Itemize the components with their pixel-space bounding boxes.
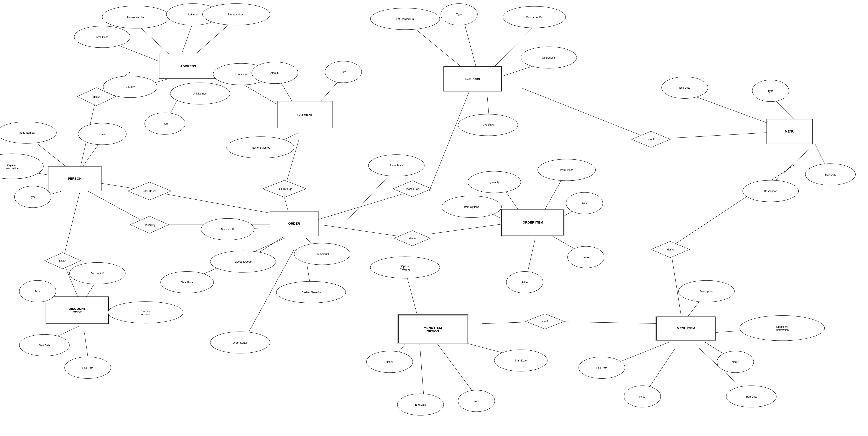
- svg-text:End Date: End Date: [82, 367, 93, 370]
- svg-text:Items: Items: [583, 256, 589, 259]
- svg-text:Start Date: Start Date: [825, 173, 836, 176]
- svg-text:End Date: End Date: [415, 403, 426, 406]
- svg-text:ORDER: ORDER: [288, 222, 300, 225]
- svg-text:Placed For: Placed For: [406, 187, 418, 191]
- svg-text:Email: Email: [99, 133, 105, 136]
- svg-text:Discount %: Discount %: [91, 272, 104, 275]
- svg-text:End Date: End Date: [596, 367, 607, 370]
- svg-text:PAYMENT: PAYMENT: [297, 113, 313, 116]
- svg-text:MENU ITEM: MENU ITEM: [677, 326, 695, 330]
- svg-text:DiscountAmount: DiscountAmount: [141, 310, 151, 316]
- svg-text:Dasher Share %: Dasher Share %: [302, 291, 320, 294]
- svg-text:Total Price: Total Price: [181, 281, 193, 284]
- svg-text:Type: Type: [162, 122, 168, 125]
- svg-text:Type: Type: [456, 13, 462, 16]
- svg-line-15: [150, 191, 284, 216]
- svg-text:Start Date: Start Date: [515, 359, 527, 362]
- svg-line-40: [651, 133, 767, 139]
- svg-text:OptionCategory: OptionCategory: [400, 265, 410, 271]
- svg-text:Quantity: Quantity: [489, 181, 499, 184]
- svg-text:House Number: House Number: [127, 16, 145, 19]
- svg-text:Instructions: Instructions: [560, 169, 573, 172]
- svg-text:Street Address: Street Address: [228, 13, 245, 16]
- svg-text:Type: Type: [768, 89, 773, 92]
- svg-text:Type: Type: [30, 196, 36, 199]
- svg-text:Area Code: Area Code: [96, 36, 108, 39]
- svg-point-139: [0, 154, 43, 179]
- svg-text:Description: Description: [482, 124, 495, 127]
- svg-text:Price: Price: [522, 281, 528, 284]
- svg-text:Has A: Has A: [59, 259, 66, 262]
- svg-text:Date: Date: [341, 70, 346, 74]
- svg-text:Tax Amount: Tax Amount: [315, 253, 329, 256]
- svg-text:Operational: Operational: [542, 56, 556, 59]
- svg-text:Has A: Has A: [409, 237, 416, 240]
- svg-text:Amount: Amount: [270, 71, 279, 75]
- svg-text:OnboardedOn: OnboardedOn: [526, 16, 542, 19]
- svg-text:MENU: MENU: [785, 129, 795, 133]
- svg-text:Latitude: Latitude: [188, 13, 198, 16]
- svg-text:OffBoarded On: OffBoarded On: [396, 18, 414, 21]
- svg-text:Has A: Has A: [541, 320, 548, 323]
- svg-text:Discount Code: Discount Code: [235, 260, 252, 263]
- svg-text:Start Date: Start Date: [38, 344, 50, 347]
- svg-text:NutritionalInformation: NutritionalInformation: [776, 325, 788, 331]
- svg-text:Start Date: Start Date: [745, 395, 757, 398]
- svg-line-35: [463, 18, 477, 72]
- svg-text:Has A: Has A: [93, 95, 100, 98]
- svg-text:Item Options: Item Options: [464, 205, 479, 208]
- svg-text:Longitude: Longitude: [236, 73, 247, 76]
- svg-text:ORDER ITEM: ORDER ITEM: [523, 221, 543, 224]
- svg-text:PERSON: PERSON: [68, 177, 82, 180]
- svg-text:Phone Number: Phone Number: [18, 131, 35, 134]
- svg-text:Sales Price: Sales Price: [390, 164, 403, 167]
- svg-text:ADDRESS: ADDRESS: [180, 64, 196, 68]
- svg-text:Order Status: Order Status: [233, 341, 248, 344]
- svg-text:Name: Name: [732, 360, 739, 364]
- svg-line-56: [432, 223, 514, 234]
- svg-line-30: [316, 191, 412, 220]
- svg-text:Has A: Has A: [667, 248, 674, 251]
- svg-text:PaymentInformation: PaymentInformation: [6, 164, 19, 170]
- svg-text:Description: Description: [700, 290, 713, 293]
- svg-text:Placed By: Placed By: [144, 224, 155, 227]
- svg-text:Description: Description: [764, 190, 777, 193]
- svg-line-31: [429, 83, 473, 191]
- svg-text:End Date: End Date: [679, 86, 690, 89]
- svg-text:Country: Country: [126, 85, 135, 88]
- svg-line-39: [521, 88, 651, 139]
- svg-text:Option: Option: [386, 360, 394, 364]
- diagram-svg: ADDRESSPERSONPAYMENTORDERDISCOUNTCODEBus…: [0, 0, 868, 436]
- svg-line-46: [670, 247, 682, 324]
- svg-line-66: [434, 339, 477, 398]
- svg-text:Price: Price: [639, 395, 645, 398]
- svg-line-32: [347, 169, 395, 220]
- svg-text:Paid Through: Paid Through: [277, 187, 292, 191]
- svg-text:Business: Business: [465, 77, 480, 81]
- svg-text:Has A: Has A: [648, 138, 654, 141]
- svg-line-18: [63, 193, 80, 261]
- svg-text:Unit Number: Unit Number: [193, 92, 208, 95]
- svg-text:Price: Price: [473, 400, 479, 403]
- svg-text:Order Dasher: Order Dasher: [142, 190, 158, 193]
- svg-line-45: [670, 164, 796, 247]
- svg-text:Type: Type: [35, 290, 40, 293]
- er-diagram: ADDRESSPERSONPAYMENTORDERDISCOUNTCODEBus…: [0, 0, 868, 436]
- svg-line-55: [321, 225, 412, 238]
- svg-text:Payment Method: Payment Method: [251, 146, 270, 149]
- svg-text:Discount %: Discount %: [221, 228, 235, 231]
- svg-text:Price: Price: [582, 202, 588, 205]
